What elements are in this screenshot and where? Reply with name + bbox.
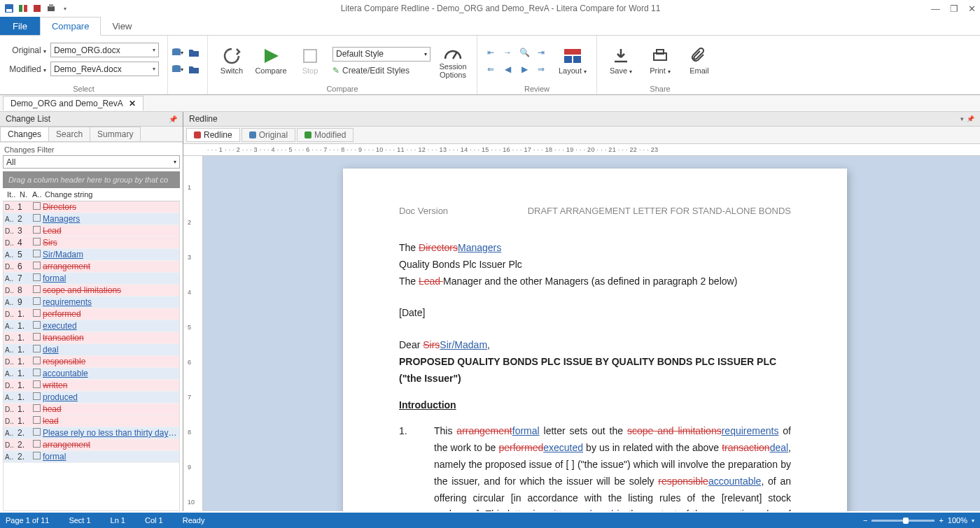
save-button[interactable]: Save ▾ <box>604 47 638 75</box>
change-row[interactable]: A..1.produced <box>4 392 179 404</box>
accept-checkbox[interactable] <box>33 333 41 341</box>
original-folder-icon[interactable] <box>188 46 200 59</box>
change-row[interactable]: A..5Sir/Madam <box>4 249 179 261</box>
modified-db-icon[interactable]: ▾ <box>171 63 183 76</box>
accept-checkbox[interactable] <box>33 262 41 269</box>
session-options-button[interactable]: Session Options <box>436 43 470 79</box>
first-change-icon[interactable]: ⇤ <box>484 46 497 59</box>
zoom-in-button[interactable]: + <box>939 516 943 525</box>
compare-button[interactable]: Compare <box>254 47 288 75</box>
find-icon[interactable]: 🔍 <box>518 46 531 59</box>
redline-view-tab[interactable]: Redline <box>186 128 240 142</box>
accept-checkbox[interactable] <box>33 297 41 305</box>
save-icon[interactable] <box>4 3 14 13</box>
accept-checkbox[interactable] <box>33 392 41 400</box>
accept-checkbox[interactable] <box>33 321 41 329</box>
document-tab[interactable]: Demo_ORG and Demo_RevA ✕ <box>3 96 144 110</box>
vertical-ruler[interactable]: 12345678910 <box>183 156 203 511</box>
change-row[interactable]: A..9requirements <box>4 297 179 308</box>
accept-checkbox[interactable] <box>33 309 41 317</box>
restore-button[interactable]: ❐ <box>950 3 958 14</box>
change-row[interactable]: A..1.accountable <box>4 368 179 380</box>
prev-start-icon[interactable]: ⇐ <box>484 63 497 76</box>
prev-icon[interactable]: ◀ <box>501 63 514 76</box>
change-row[interactable]: D..6arrangement <box>4 261 179 273</box>
accept-checkbox[interactable] <box>33 452 41 459</box>
accept-checkbox[interactable] <box>33 250 41 257</box>
next-end-icon[interactable]: ⇒ <box>535 63 547 76</box>
original-combo[interactable]: Demo_ORG.docx▾ <box>50 43 159 57</box>
zoom-dropdown-icon[interactable]: ▾ <box>972 518 974 524</box>
group-hint[interactable]: Drag a column header here to group by th… <box>3 171 180 188</box>
accept-checkbox[interactable] <box>33 380 41 388</box>
modified-view-tab[interactable]: Modified <box>297 128 354 142</box>
change-row[interactable]: D..8scope and limitations <box>4 285 179 297</box>
accept-checkbox[interactable] <box>33 214 41 222</box>
modified-folder-icon[interactable] <box>188 63 200 76</box>
accept-checkbox[interactable] <box>33 369 41 376</box>
accept-checkbox[interactable] <box>33 226 41 234</box>
layout-button[interactable]: Layout ▾ <box>556 47 589 75</box>
print-qat-icon[interactable] <box>46 3 56 13</box>
change-row[interactable]: D..1.head <box>4 404 179 415</box>
filter-combo[interactable]: All▾ <box>3 155 180 169</box>
horizontal-ruler[interactable]: · · · 1 · · · 2 · · · 3 · · · 4 · · · 5 … <box>183 144 980 156</box>
minimize-button[interactable]: — <box>931 3 940 14</box>
close-button[interactable]: ✕ <box>968 3 976 14</box>
change-row[interactable]: A..2Managers <box>4 213 179 225</box>
change-row[interactable]: D..4Sirs <box>4 237 179 249</box>
change-list[interactable]: D..1DirectorsA..2ManagersD..3LeadD..4Sir… <box>3 201 180 511</box>
modified-combo[interactable]: Demo_RevA.docx▾ <box>50 62 159 76</box>
compare-tab[interactable]: Compare <box>40 17 101 36</box>
view-tab[interactable]: View <box>101 17 143 35</box>
change-row[interactable]: D..1Directors <box>4 201 179 213</box>
zoom-value[interactable]: 100% <box>948 516 967 525</box>
next-icon[interactable]: ▶ <box>518 63 531 76</box>
change-row[interactable]: D..3Lead <box>4 225 179 237</box>
tab-search[interactable]: Search <box>48 127 90 141</box>
tab-summary[interactable]: Summary <box>90 127 141 141</box>
style-combo[interactable]: Default Style▾ <box>332 47 430 62</box>
change-row[interactable]: A..2.formal <box>4 451 179 463</box>
change-row[interactable]: D..1.transaction <box>4 332 179 344</box>
accept-checkbox[interactable] <box>33 273 41 281</box>
compare-qat-icon[interactable] <box>18 3 28 13</box>
accept-checkbox[interactable] <box>33 202 41 210</box>
panel-pin-icon[interactable]: 📌 <box>169 115 177 123</box>
switch-button[interactable]: Switch <box>215 47 248 75</box>
change-row[interactable]: A..2.Please rely no less than thirty day… <box>4 427 179 439</box>
panel-menu-icon[interactable]: ▾ <box>960 115 964 122</box>
print-button[interactable]: Print ▾ <box>643 47 677 75</box>
close-tab-icon[interactable]: ✕ <box>129 99 136 108</box>
change-row[interactable]: D..1.lead <box>4 415 179 427</box>
zoom-slider[interactable] <box>872 520 934 522</box>
change-row[interactable]: D..2.arrangement <box>4 439 179 451</box>
change-row[interactable]: A..7formal <box>4 273 179 285</box>
accept-checkbox[interactable] <box>33 345 41 352</box>
original-db-icon[interactable]: ▾ <box>171 46 183 59</box>
zoom-out-button[interactable]: − <box>863 516 867 525</box>
column-headers[interactable]: It..N.A..Change string <box>3 188 180 201</box>
document-viewport[interactable]: Doc Version DRAFT ARRANGEMENT LETTER FOR… <box>203 156 980 511</box>
stop-qat-icon[interactable] <box>32 3 42 13</box>
tab-changes[interactable]: Changes <box>0 127 49 141</box>
email-button[interactable]: Email <box>682 47 716 75</box>
change-row[interactable]: D..1.responsible <box>4 356 179 368</box>
accept-checkbox[interactable] <box>33 404 41 412</box>
accept-checkbox[interactable] <box>33 416 41 424</box>
qat-dropdown-icon[interactable]: ▾ <box>60 3 70 13</box>
accept-checkbox[interactable] <box>33 440 41 448</box>
change-row[interactable]: A..1.deal <box>4 344 179 356</box>
panel-pin-icon[interactable]: 📌 <box>967 115 974 122</box>
edit-styles-button[interactable]: ✎Create/Edit Styles <box>332 66 430 76</box>
accept-checkbox[interactable] <box>33 357 41 364</box>
next-change-icon[interactable]: → <box>501 46 514 59</box>
change-row[interactable]: D..1.performed <box>4 308 179 320</box>
file-tab[interactable]: File <box>0 17 40 35</box>
change-row[interactable]: A..1.executed <box>4 320 179 332</box>
change-row[interactable]: D..1.written <box>4 380 179 392</box>
accept-checkbox[interactable] <box>33 428 41 436</box>
status-page[interactable]: Page 1 of 11 <box>6 516 49 525</box>
accept-checkbox[interactable] <box>33 238 41 245</box>
original-view-tab[interactable]: Original <box>241 128 295 142</box>
